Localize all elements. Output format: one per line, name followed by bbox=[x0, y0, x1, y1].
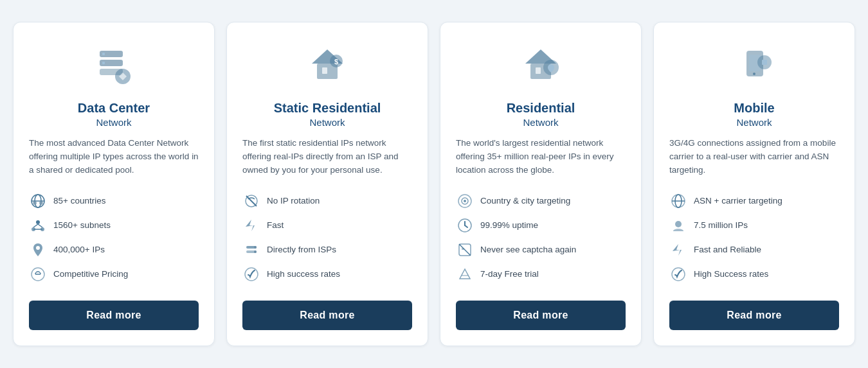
feature-item: 99.99% uptime bbox=[456, 213, 626, 238]
feature-icon-success bbox=[242, 265, 260, 283]
feature-icon-isp bbox=[242, 241, 260, 259]
feature-text: Fast and Reliable bbox=[694, 245, 761, 254]
svg-rect-3 bbox=[102, 53, 105, 55]
feature-item: Competitive Pricing bbox=[29, 262, 199, 286]
feature-item: Never see captcha again bbox=[456, 238, 626, 262]
svg-point-29 bbox=[254, 246, 257, 249]
card-description: The first static residential IPs network… bbox=[242, 137, 412, 177]
svg-rect-4 bbox=[102, 62, 105, 64]
feature-icon-network bbox=[29, 216, 47, 234]
card-icon-static-residential: $ bbox=[302, 40, 353, 92]
card-residential: Residential Network The world's largest … bbox=[440, 22, 642, 346]
feature-text: Never see captcha again bbox=[480, 245, 576, 254]
card-description: 3G/4G connections assigned from a mobile… bbox=[669, 137, 839, 177]
svg-point-17 bbox=[36, 246, 40, 250]
svg-rect-34 bbox=[536, 67, 541, 74]
feature-icon-map-pin bbox=[29, 241, 47, 259]
feature-icon-fast-reliable bbox=[669, 241, 687, 259]
svg-rect-50 bbox=[762, 60, 767, 65]
read-more-button[interactable]: Read more bbox=[669, 301, 839, 330]
svg-point-10 bbox=[39, 201, 43, 205]
feature-icon-asn bbox=[669, 192, 687, 210]
feature-icon-trial bbox=[456, 265, 474, 283]
card-data-center: Data Center Network The most advanced Da… bbox=[13, 22, 215, 346]
feature-item: Fast and Reliable bbox=[669, 238, 839, 262]
feature-text: Directly from ISPs bbox=[267, 245, 336, 254]
svg-point-30 bbox=[254, 250, 257, 253]
feature-item: High Success rates bbox=[669, 262, 839, 286]
feature-item: 85+ countries bbox=[29, 189, 199, 213]
feature-item: High success rates bbox=[242, 262, 412, 286]
card-description: The world's largest residential network … bbox=[456, 137, 626, 177]
features-list: No IP rotation Fast Directly from ISPs H… bbox=[242, 189, 412, 286]
svg-text:$: $ bbox=[334, 58, 338, 66]
card-icon-residential bbox=[515, 40, 566, 92]
feature-item: 400,000+ IPs bbox=[29, 238, 199, 262]
read-more-button[interactable]: Read more bbox=[242, 301, 412, 330]
feature-text: 1560+ subnets bbox=[53, 220, 111, 230]
features-list: Country & city targeting 99.99% uptime N… bbox=[456, 189, 626, 286]
feature-icon-globe-users bbox=[29, 192, 47, 210]
feature-item: Directly from ISPs bbox=[242, 238, 412, 262]
svg-point-11 bbox=[36, 220, 40, 224]
cards-container: Data Center Network The most advanced Da… bbox=[13, 22, 855, 346]
features-list: 85+ countries 1560+ subnets 400,000+ IPs… bbox=[29, 189, 199, 286]
card-subtitle: Network bbox=[96, 117, 131, 128]
svg-rect-22 bbox=[322, 67, 327, 74]
feature-item: Country & city targeting bbox=[456, 189, 626, 213]
feature-item: Fast bbox=[242, 213, 412, 238]
feature-item: No IP rotation bbox=[242, 189, 412, 213]
feature-text: 7.5 million IPs bbox=[694, 220, 748, 230]
svg-line-14 bbox=[33, 224, 38, 227]
feature-item: 1560+ subnets bbox=[29, 213, 199, 238]
card-title: Static Residential bbox=[274, 101, 381, 116]
svg-line-41 bbox=[465, 225, 467, 227]
feature-text: Competitive Pricing bbox=[53, 269, 128, 279]
feature-icon-no-captcha bbox=[456, 241, 474, 259]
card-icon-data-center bbox=[88, 40, 140, 92]
svg-point-38 bbox=[464, 200, 466, 202]
feature-icon-clock bbox=[456, 216, 474, 234]
card-subtitle: Network bbox=[523, 117, 558, 128]
card-subtitle: Network bbox=[309, 117, 345, 128]
card-title: Data Center bbox=[78, 101, 150, 116]
card-subtitle: Network bbox=[736, 117, 772, 128]
svg-point-48 bbox=[753, 73, 755, 75]
feature-icon-target bbox=[456, 192, 474, 210]
feature-text: High Success rates bbox=[694, 269, 768, 279]
read-more-button[interactable]: Read more bbox=[29, 301, 199, 330]
svg-line-43 bbox=[459, 244, 471, 256]
feature-text: 85+ countries bbox=[53, 196, 105, 206]
feature-icon-no-rotation bbox=[242, 192, 260, 210]
feature-icon-fast bbox=[242, 216, 260, 234]
feature-text: Fast bbox=[267, 220, 284, 230]
feature-item: 7.5 million IPs bbox=[669, 213, 839, 238]
card-description: The most advanced Data Center Network of… bbox=[29, 137, 199, 177]
features-list: ASN + carrier targeting 7.5 million IPs … bbox=[669, 189, 839, 286]
feature-icon-success bbox=[669, 265, 687, 283]
feature-text: No IP rotation bbox=[267, 196, 320, 206]
svg-rect-44 bbox=[462, 248, 464, 250]
card-static-residential: $ Static Residential Network The first s… bbox=[226, 22, 428, 346]
feature-text: ASN + carrier targeting bbox=[694, 196, 782, 206]
card-title: Residential bbox=[507, 101, 575, 116]
feature-icon-tag bbox=[29, 265, 47, 283]
feature-item: 7-day Free trial bbox=[456, 262, 626, 286]
feature-text: High success rates bbox=[267, 269, 340, 279]
card-mobile: Mobile Network 3G/4G connections assigne… bbox=[653, 22, 855, 346]
svg-line-15 bbox=[38, 224, 42, 227]
card-icon-mobile bbox=[728, 40, 780, 92]
svg-point-54 bbox=[675, 221, 682, 227]
read-more-button[interactable]: Read more bbox=[456, 301, 626, 330]
feature-item: ASN + carrier targeting bbox=[669, 189, 839, 213]
feature-text: 99.99% uptime bbox=[480, 220, 538, 230]
feature-text: Country & city targeting bbox=[480, 196, 570, 206]
feature-text: 7-day Free trial bbox=[480, 269, 539, 279]
feature-text: 400,000+ IPs bbox=[53, 245, 105, 254]
card-title: Mobile bbox=[734, 101, 774, 116]
svg-point-9 bbox=[33, 201, 37, 205]
feature-icon-ips bbox=[669, 216, 687, 234]
